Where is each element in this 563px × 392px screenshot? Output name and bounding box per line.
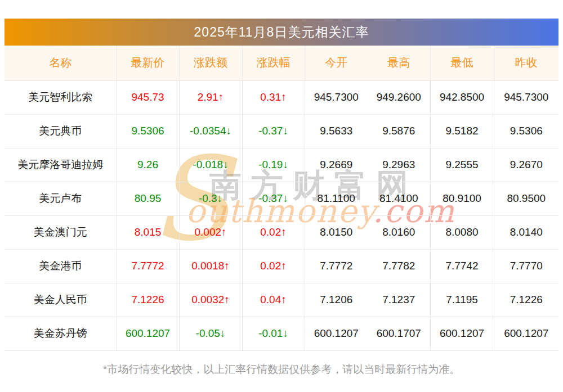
change-amount: 0.0032↑ [179, 283, 242, 317]
change-amount: 0.002↑ [179, 215, 242, 249]
pair-name: 美金苏丹镑 [5, 317, 117, 350]
latest-price: 7.1226 [117, 283, 179, 317]
table-row: 美元智利比索 945.73 2.91↑ 0.31↑ 945.7300 949.2… [5, 80, 558, 114]
low-price: 7.1195 [430, 283, 494, 317]
prev-close-price: 9.5306 [494, 114, 558, 148]
open-price: 7.7772 [305, 249, 368, 283]
open-price: 600.1207 [305, 317, 368, 350]
header-row: 名称 最新价 涨跌额 涨跌幅 今开 最高 最低 昨收 [5, 46, 558, 80]
change-amount: -0.018↓ [179, 148, 242, 182]
high-price: 949.2600 [368, 80, 430, 114]
latest-price: 9.5306 [117, 114, 179, 148]
col-header-prev-close: 昨收 [494, 46, 558, 80]
change-percent: 0.31↑ [242, 80, 305, 114]
low-price: 9.5182 [430, 114, 494, 148]
open-price: 9.2669 [305, 148, 368, 182]
latest-price: 600.1207 [117, 317, 179, 350]
open-price: 81.1100 [305, 182, 368, 215]
table-row: 美元卢布 80.95 -0.3↓ -0.37↓ 81.1100 81.4100 … [5, 182, 558, 215]
rates-table: 名称 最新价 涨跌额 涨跌幅 今开 最高 最低 昨收 美元智利比索 945.73… [5, 46, 558, 351]
high-price: 600.1707 [368, 317, 430, 350]
high-price: 9.2963 [368, 148, 430, 182]
col-header-latest: 最新价 [117, 46, 179, 80]
col-header-high: 最高 [368, 46, 430, 80]
change-percent: -0.01↓ [242, 317, 305, 350]
change-percent: 0.02↑ [242, 215, 305, 249]
pair-name: 美金人民币 [5, 283, 117, 317]
prev-close-price: 80.9500 [494, 182, 558, 215]
pair-name: 美金港币 [5, 249, 117, 283]
change-percent: -0.19↓ [242, 148, 305, 182]
high-price: 81.4100 [368, 182, 430, 215]
col-header-change: 涨跌额 [179, 46, 242, 80]
col-header-change-pct: 涨跌幅 [242, 46, 305, 80]
pair-name: 美元智利比索 [5, 80, 117, 114]
open-price: 9.5633 [305, 114, 368, 148]
change-percent: -0.37↓ [242, 182, 305, 215]
high-price: 7.1237 [368, 283, 430, 317]
low-price: 600.1207 [430, 317, 494, 350]
rates-page: S 南方财富网 outhmoney.com 2025年11月8日美元相关汇率 名… [0, 0, 563, 392]
pair-name: 美元典币 [5, 114, 117, 148]
change-percent: -0.37↓ [242, 114, 305, 148]
change-amount: -0.3↓ [179, 182, 242, 215]
latest-price: 9.26 [117, 148, 179, 182]
rates-table-block: 2025年11月8日美元相关汇率 名称 最新价 涨跌额 涨跌幅 今开 最高 最低… [5, 19, 558, 351]
latest-price: 8.015 [117, 215, 179, 249]
prev-close-price: 600.1207 [494, 317, 558, 350]
disclaimer-text: *市场行情变化较快，以上汇率行情数据仅供参考，请以当时最新行情为准。 [0, 362, 563, 377]
low-price: 8.0080 [430, 215, 494, 249]
open-price: 7.1206 [305, 283, 368, 317]
low-price: 942.8500 [430, 80, 494, 114]
table-header: 名称 最新价 涨跌额 涨跌幅 今开 最高 最低 昨收 [5, 46, 558, 80]
change-amount: -0.0354↓ [179, 114, 242, 148]
table-row: 美金人民币 7.1226 0.0032↑ 0.04↑ 7.1206 7.1237… [5, 283, 558, 317]
high-price: 7.7782 [368, 249, 430, 283]
table-title-bar: 2025年11月8日美元相关汇率 [5, 19, 558, 46]
table-row: 美金苏丹镑 600.1207 -0.05↓ -0.01↓ 600.1207 60… [5, 317, 558, 350]
change-amount: -0.05↓ [179, 317, 242, 350]
table-body: 美元智利比索 945.73 2.91↑ 0.31↑ 945.7300 949.2… [5, 80, 558, 350]
latest-price: 945.73 [117, 80, 179, 114]
low-price: 9.2555 [430, 148, 494, 182]
prev-close-price: 7.7770 [494, 249, 558, 283]
high-price: 9.5876 [368, 114, 430, 148]
prev-close-price: 8.0140 [494, 215, 558, 249]
change-amount: 2.91↑ [179, 80, 242, 114]
table-title: 2025年11月8日美元相关汇率 [194, 24, 369, 41]
change-amount: 0.0018↑ [179, 249, 242, 283]
change-percent: 0.04↑ [242, 283, 305, 317]
latest-price: 7.7772 [117, 249, 179, 283]
change-percent: 0.02↑ [242, 249, 305, 283]
prev-close-price: 9.2670 [494, 148, 558, 182]
table-row: 美元摩洛哥迪拉姆 9.26 -0.018↓ -0.19↓ 9.2669 9.29… [5, 148, 558, 182]
pair-name: 美元卢布 [5, 182, 117, 215]
open-price: 945.7300 [305, 80, 368, 114]
table-row: 美金港币 7.7772 0.0018↑ 0.02↑ 7.7772 7.7782 … [5, 249, 558, 283]
open-price: 8.0150 [305, 215, 368, 249]
table-row: 美金澳门元 8.015 0.002↑ 0.02↑ 8.0150 8.0160 8… [5, 215, 558, 249]
pair-name: 美金澳门元 [5, 215, 117, 249]
latest-price: 80.95 [117, 182, 179, 215]
low-price: 80.9100 [430, 182, 494, 215]
col-header-low: 最低 [430, 46, 494, 80]
col-header-open: 今开 [305, 46, 368, 80]
pair-name: 美元摩洛哥迪拉姆 [5, 148, 117, 182]
prev-close-price: 945.7300 [494, 80, 558, 114]
col-header-name: 名称 [5, 46, 117, 80]
table-row: 美元典币 9.5306 -0.0354↓ -0.37↓ 9.5633 9.587… [5, 114, 558, 148]
high-price: 8.0160 [368, 215, 430, 249]
low-price: 7.7742 [430, 249, 494, 283]
prev-close-price: 7.1226 [494, 283, 558, 317]
